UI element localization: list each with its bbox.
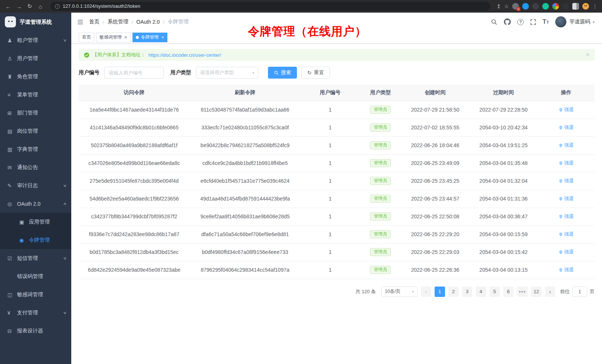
sidebar-item-10[interactable]: ☑短信管理∨: [0, 249, 71, 267]
collapse-sidebar-icon[interactable]: [77, 19, 84, 25]
close-icon[interactable]: ×: [586, 52, 589, 58]
page-size-select[interactable]: 10条/页 ▾: [381, 287, 418, 297]
reset-button[interactable]: ↻ 重置: [301, 67, 330, 79]
prev-page-button[interactable]: ‹: [421, 287, 431, 297]
sidebar-item-11[interactable]: 错误码管理: [0, 267, 71, 285]
app-logo[interactable]: 芋道管理系统: [0, 13, 71, 31]
page-button-2[interactable]: 2: [448, 287, 459, 297]
create-time-cell: 2022-07-02 18:55:55: [401, 119, 469, 136]
next-page-button[interactable]: ›: [545, 287, 555, 297]
tab-2[interactable]: 令牌管理×: [132, 33, 168, 42]
bookmark-star-icon[interactable]: ☆: [504, 3, 509, 9]
sidebar-item-0[interactable]: ♟租户管理∨: [0, 31, 71, 49]
sensitive-word-icon: ◫: [7, 292, 17, 298]
doc-link[interactable]: https://doc.iocoder.cn/user-center/: [148, 52, 221, 58]
extension-icon-3[interactable]: [532, 3, 539, 10]
site-info-icon[interactable]: i: [55, 4, 60, 9]
fullscreen-icon[interactable]: [530, 19, 536, 25]
force-logout-button[interactable]: 强退: [559, 142, 574, 149]
sidebar-item-1[interactable]: ♙用户管理: [0, 49, 71, 67]
create-time-cell: 2022-06-25 23:44:57: [401, 190, 469, 208]
table-row-4: 275e5de9151045fe87cbdc395e004f4de6cfd40e…: [79, 172, 595, 190]
access-token-cell: f9336e7c7dd242a283ee98dc86b17a87: [79, 225, 190, 243]
extension-icon-6[interactable]: [562, 3, 569, 10]
sidebar-item-2[interactable]: ♜角色管理: [0, 67, 71, 86]
force-logout-button[interactable]: 强退: [559, 249, 574, 255]
tab-1[interactable]: 敏感词管理×: [96, 33, 131, 42]
user-id-input[interactable]: [104, 67, 164, 79]
sidebar-subitem-9-1[interactable]: ◉令牌管理: [0, 231, 71, 249]
post-icon: ▤: [7, 128, 17, 134]
user-type-badge: 管理员: [370, 195, 391, 203]
report-designer-icon: ⊟: [7, 328, 17, 334]
sidebar-item-6[interactable]: ▥字典管理: [0, 140, 71, 158]
page-button-3[interactable]: 3: [462, 287, 472, 297]
force-logout-button[interactable]: 强退: [559, 160, 574, 166]
sidebar-item-8[interactable]: ✎审计日志∨: [0, 176, 71, 195]
access-token-cell: 275e5de9151045fe87cbdc395e004f4d: [79, 172, 190, 190]
page-button-1[interactable]: 1: [435, 287, 445, 297]
tab-close-icon[interactable]: ×: [161, 35, 164, 40]
access-token-cell: c342377bf8b344799dcbf7bf095287f2: [79, 208, 190, 225]
extension-icon-1[interactable]: 0: [512, 3, 519, 10]
sidebar-item-4[interactable]: ⊞部门管理: [0, 104, 71, 122]
extension-icon-2[interactable]: [522, 3, 529, 10]
force-logout-button[interactable]: 强退: [559, 195, 574, 202]
user-name[interactable]: 芋道源码: [569, 19, 590, 25]
search-icon[interactable]: [491, 19, 497, 25]
tab-0[interactable]: 首页: [79, 33, 94, 42]
force-logout-button[interactable]: 强退: [559, 213, 574, 220]
force-logout-button[interactable]: 强退: [559, 106, 574, 113]
sidebar-item-14[interactable]: ⊟报表设计器: [0, 322, 71, 340]
page-button-5[interactable]: 5: [490, 287, 500, 297]
font-size-icon[interactable]: TT: [543, 19, 549, 25]
breadcrumb-item-2[interactable]: OAuth 2.0: [136, 19, 160, 25]
sidebar-item-label: 用户管理: [17, 55, 38, 62]
sidebar-item-7[interactable]: ✉通知公告: [0, 158, 71, 176]
reload-icon[interactable]: ↻: [26, 3, 33, 10]
sidebar-item-5[interactable]: ▤岗位管理: [0, 122, 71, 140]
home-icon[interactable]: ⌂: [37, 3, 44, 10]
breadcrumb-item-1[interactable]: 系统管理: [108, 19, 128, 25]
extension-icon-4[interactable]: [542, 3, 549, 10]
address-bar[interactable]: i 127.0.0.1:1024/system/oauth2/token: [50, 2, 490, 11]
user-avatar[interactable]: [555, 16, 566, 27]
side-panel-icon[interactable]: [572, 3, 579, 10]
create-time-cell: 2022-06-25 22:26:36: [401, 261, 469, 279]
refresh-token-cell: b0df4980ffd34c67a08f9156e4eee733: [190, 243, 301, 261]
chevron-down-icon: ∨: [63, 311, 67, 315]
github-icon[interactable]: [504, 18, 511, 26]
sidebar-item-label: 通知公告: [17, 164, 38, 171]
tab-close-icon[interactable]: ×: [124, 35, 127, 40]
sidebar-item-12[interactable]: ◫敏感词管理: [0, 285, 71, 304]
page-button-6[interactable]: 6: [503, 287, 514, 297]
user-type-select[interactable]: 请选择用户类型 ▾: [196, 67, 258, 79]
page-button-12[interactable]: 12: [531, 287, 542, 297]
share-icon[interactable]: ↥: [497, 3, 501, 9]
trash-icon: [559, 250, 563, 254]
page-button-4[interactable]: 4: [476, 287, 486, 297]
sidebar-subitem-9-0[interactable]: ▣应用管理: [0, 213, 71, 231]
search-button[interactable]: 搜索: [268, 67, 297, 79]
sidebar-item-label: 短信管理: [17, 255, 38, 262]
force-logout-button[interactable]: 强退: [559, 124, 574, 131]
force-logout-button[interactable]: 强退: [559, 178, 574, 184]
chevron-down-icon[interactable]: ▾: [593, 20, 595, 24]
sidebar-item-9[interactable]: ◎OAuth 2.0∧: [0, 195, 71, 213]
goto-page-input[interactable]: [572, 287, 587, 297]
force-logout-button[interactable]: 强退: [559, 267, 574, 273]
expire-time-cell: 2054-03-04 00:36:47: [469, 208, 538, 225]
pages-ellipsis[interactable]: ●●●: [517, 287, 528, 297]
force-logout-button[interactable]: 强退: [559, 231, 574, 238]
back-icon[interactable]: ←: [4, 3, 12, 10]
extension-icon-5[interactable]: [552, 3, 559, 10]
browser-menu-icon[interactable]: ⋮: [592, 3, 598, 9]
sidebar-item-13[interactable]: ¥支付管理∨: [0, 304, 71, 322]
page-content: 【用户体系】文档地址： https://doc.iocoder.cn/user-…: [71, 44, 602, 364]
sidebar-item-3[interactable]: ≡菜单管理: [0, 86, 71, 104]
help-icon[interactable]: ?: [517, 19, 524, 25]
profile-avatar-icon[interactable]: [582, 3, 589, 10]
breadcrumb-item-0[interactable]: 首页: [89, 19, 99, 25]
goto-label: 前往: [560, 288, 570, 295]
forward-icon[interactable]: →: [15, 3, 23, 10]
